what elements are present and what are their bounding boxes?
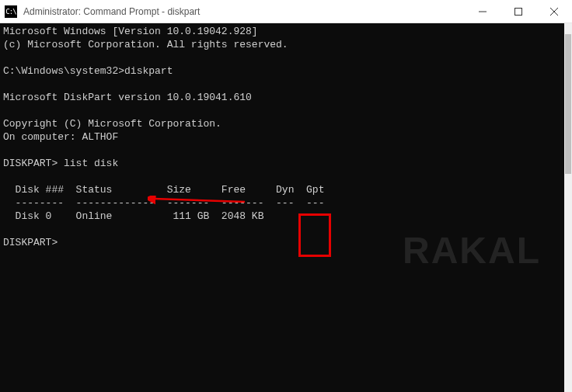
output-line: On computer: ALTHOF	[3, 131, 118, 143]
minimize-button[interactable]	[465, 0, 500, 23]
window-titlebar: C:\ Administrator: Command Prompt - disk…	[0, 0, 572, 23]
vertical-scrollbar[interactable]	[564, 23, 572, 392]
output-line: Microsoft Windows [Version 10.0.19042.92…	[3, 26, 258, 37]
scrollbar-thumb[interactable]	[565, 34, 571, 174]
cmd-icon: C:\	[5, 5, 17, 18]
maximize-button[interactable]	[500, 0, 536, 23]
terminal-output[interactable]: Microsoft Windows [Version 10.0.19042.92…	[0, 23, 564, 392]
output-line: DISKPART> list disk	[3, 158, 118, 169]
output-line: C:\Windows\system32>diskpart	[3, 65, 173, 77]
output-line: Copyright (C) Microsoft Corporation.	[3, 118, 221, 130]
window-controls	[465, 0, 572, 23]
window-title: Administrator: Command Prompt - diskpart	[23, 6, 200, 17]
maximize-icon	[514, 8, 522, 16]
svg-rect-1	[515, 9, 522, 16]
prompt-line: DISKPART>	[3, 237, 58, 248]
output-line: (c) Microsoft Corporation. All rights re…	[3, 39, 288, 50]
table-row: Disk 0 Online 111 GB 2048 KB	[3, 210, 263, 222]
close-icon	[550, 8, 558, 16]
close-button[interactable]	[536, 0, 572, 23]
table-divider: -------- ------------- ------- ------- -…	[3, 197, 324, 209]
terminal-area: Microsoft Windows [Version 10.0.19042.92…	[0, 23, 572, 392]
minimize-icon	[479, 8, 487, 16]
output-line: Microsoft DiskPart version 10.0.19041.61…	[3, 92, 252, 103]
table-header: Disk ### Status Size Free Dyn Gpt	[3, 184, 324, 196]
